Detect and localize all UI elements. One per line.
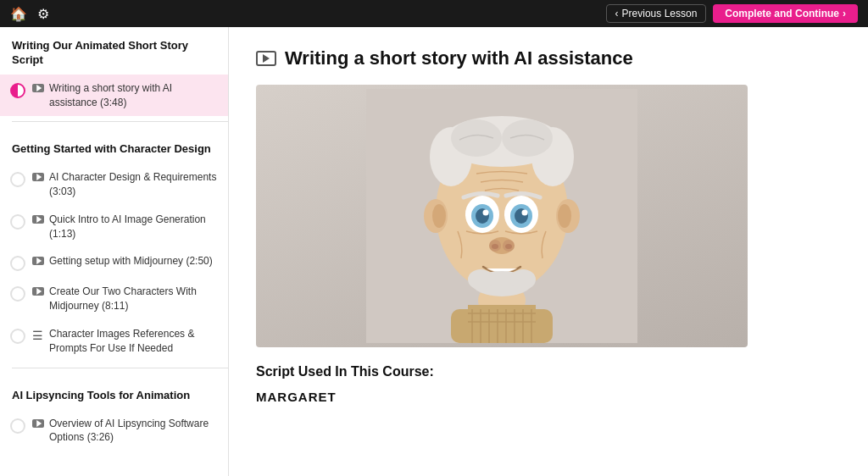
document-icon: ☰ [32,329,44,340]
lesson-item[interactable]: Getting setup with Midjourney (2:50) [0,247,228,278]
content-title-text: Writing a short story with AI assistance [285,47,633,69]
svg-point-38 [468,269,493,290]
svg-point-35 [492,244,498,249]
lesson-label: Create Our Two Characters With Midjourne… [49,285,218,313]
topbar: 🏠 ⚙ ‹ Previous Lesson Complete and Conti… [0,0,868,27]
main-layout: Writing Our Animated Short Story Script … [0,27,868,476]
video-title-icon [256,51,276,66]
svg-point-36 [505,244,512,249]
divider [12,121,228,122]
lesson-progress-circle [10,286,25,302]
video-icon [32,84,44,92]
lesson-item[interactable]: Writing a short story with AI assistance… [0,75,228,117]
content-area: Writing a short story with AI assistance [229,27,868,476]
svg-point-16 [432,204,446,228]
svg-point-23 [502,119,553,157]
prev-chevron-icon: ‹ [615,8,619,19]
lesson-item[interactable]: Create Our Two Characters With Midjourne… [0,278,228,320]
video-icon [32,173,44,181]
lesson-progress-circle [10,83,25,98]
svg-point-31 [522,210,528,216]
lesson-progress-circle [10,256,25,271]
content-title: Writing a short story with AI assistance [256,47,841,69]
section-3-title: AI Lipsyncing Tools for Animation [0,377,228,410]
lesson-item[interactable]: ☰ Character Images References & Prompts … [0,320,228,363]
lesson-progress-circle [10,172,25,187]
lesson-label: Getting setup with Midjourney (2:50) [49,254,213,268]
home-icon[interactable]: 🏠 [10,6,27,22]
video-thumbnail[interactable] [256,85,748,347]
svg-point-18 [558,204,571,228]
video-icon [32,257,44,265]
complete-label: Complete and Continue [725,8,839,19]
divider [12,368,228,368]
prev-lesson-label: Previous Lesson [622,8,698,19]
svg-point-39 [510,269,536,290]
video-icon [32,419,44,428]
prev-lesson-button[interactable]: ‹ Previous Lesson [606,4,707,23]
complete-chevron-icon: › [843,8,846,19]
lesson-label: Character Images References & Prompts Fo… [49,327,218,356]
lesson-progress-circle [10,329,25,344]
section-1-title: Writing Our Animated Short Story Script [0,27,228,75]
lesson-progress-circle [10,214,25,230]
svg-point-27 [483,210,489,216]
lesson-label: Quick Intro to AI Image Generation (1:13… [49,213,218,241]
lesson-progress-circle [10,418,25,434]
character-name: MARGARET [256,390,841,404]
complete-continue-button[interactable]: Complete and Continue › [713,4,858,23]
lesson-item[interactable]: AI Character Design & Requirements (3:03… [0,163,228,206]
cartoon-character-svg [366,89,637,343]
topbar-right: ‹ Previous Lesson Complete and Continue … [606,4,858,23]
topbar-left: 🏠 ⚙ [10,6,49,22]
video-icon [32,287,44,296]
script-title: Script Used In This Course: [256,364,841,379]
svg-rect-3 [468,305,536,343]
svg-point-22 [451,119,502,157]
section-2-title: Getting Started with Character Design [0,130,228,163]
gear-icon[interactable]: ⚙ [37,6,49,22]
lesson-label: Writing a short story with AI assistance… [49,81,218,110]
character-image [256,85,748,347]
lesson-label: Overview of AI Lipsyncing Software Optio… [49,417,218,446]
lesson-label: AI Character Design & Requirements (3:03… [49,170,218,199]
lesson-item[interactable]: Overview of AI Lipsyncing Software Optio… [0,410,228,452]
lesson-item[interactable]: Quick Intro to AI Image Generation (1:13… [0,206,228,248]
video-icon [32,215,44,224]
sidebar: Writing Our Animated Short Story Script … [0,27,229,476]
